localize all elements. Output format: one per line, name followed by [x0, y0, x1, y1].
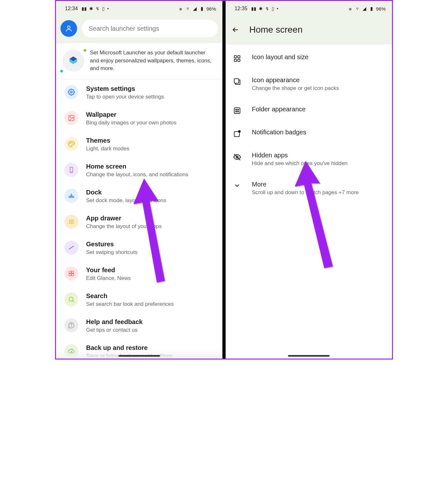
- settings-item-gestures[interactable]: Gestures Set swiping shortcuts: [56, 235, 222, 261]
- item-title: Help and feedback: [86, 318, 214, 326]
- svg-rect-20: [69, 274, 71, 276]
- item-subtitle: Light, dark modes: [86, 146, 214, 152]
- layout-icon: [233, 55, 242, 62]
- settings-item-wallpaper[interactable]: Wallpaper Bing daily images or your own …: [56, 105, 222, 131]
- promo-banner[interactable]: Set Microsoft Launcher as your default l…: [56, 43, 222, 79]
- svg-line-23: [73, 301, 74, 302]
- settings-item-dock[interactable]: Dock Set dock mode, layout, and icons: [56, 183, 222, 209]
- battery-icon: ▮: [199, 6, 204, 12]
- svg-rect-30: [234, 79, 239, 83]
- svg-point-0: [68, 26, 70, 28]
- svg-point-6: [72, 143, 73, 143]
- status-time: 12:34: [65, 6, 78, 12]
- svg-rect-29: [238, 59, 240, 61]
- dock-icon: [64, 189, 78, 203]
- home-indicator[interactable]: [288, 355, 330, 357]
- svg-point-4: [70, 143, 70, 144]
- card-icon: ▮▮: [251, 6, 256, 11]
- grid-icon: [64, 215, 78, 229]
- home-screen-item-hidden-apps[interactable]: Hidden apps Hide and see which ones you'…: [226, 145, 392, 174]
- svg-point-17: [72, 223, 73, 224]
- location-icon: ⎈: [178, 6, 183, 12]
- folder-icon: [233, 107, 242, 115]
- screenshot-divider: [222, 1, 226, 359]
- item-subtitle: Tap to open your device settings: [86, 94, 214, 100]
- svg-point-12: [69, 221, 70, 222]
- svg-point-33: [238, 109, 239, 110]
- back-button[interactable]: [231, 26, 240, 34]
- svg-point-3: [70, 116, 71, 117]
- badge-icon: [233, 130, 242, 138]
- settings-item-themes[interactable]: Themes Light, dark modes: [56, 131, 222, 157]
- status-time: 12:35: [235, 6, 247, 12]
- search-header: [56, 16, 222, 43]
- item-subtitle: Change the layout of your apps: [86, 223, 214, 230]
- settings-item-help-and-feedback[interactable]: Help and feedback Get tips or contact us: [56, 313, 222, 338]
- launcher-logo-icon: [62, 50, 84, 72]
- svg-rect-18: [69, 271, 71, 273]
- svg-point-15: [69, 223, 70, 224]
- settings-item-app-drawer[interactable]: App drawer Change the layout of your app…: [56, 209, 222, 235]
- item-title: Back up and restore: [86, 344, 214, 352]
- status-bar: 12:35 ▮▮ ✱ ↯ ▯ • ⎈ ▿ ◢ ▮ 96%: [226, 1, 392, 16]
- svg-point-14: [72, 221, 73, 222]
- settings-item-system-settings[interactable]: System settings Tap to open your device …: [56, 79, 222, 105]
- item-subtitle: Hide and see which ones you've hidden: [252, 160, 385, 167]
- palette-icon: [64, 137, 78, 151]
- item-title: Icon layout and size: [252, 53, 385, 61]
- person-icon: [65, 25, 73, 32]
- phone-left: 12:34 ▮▮ ✱ ↯ ▯ • ⎈ ▿ ◢ ▮ 96%: [56, 1, 222, 359]
- gear-icon: ✱: [89, 6, 93, 11]
- home-screen-item-more[interactable]: More Scroll up and down to switch pages …: [226, 174, 392, 203]
- gear-icon: ✱: [259, 6, 263, 11]
- settings-list: System settings Tap to open your device …: [56, 79, 222, 359]
- item-title: Icon appearance: [252, 76, 385, 84]
- more-icon: [233, 182, 242, 189]
- profile-button[interactable]: [60, 20, 77, 37]
- svg-point-22: [69, 297, 73, 301]
- status-bar: 12:34 ▮▮ ✱ ↯ ▯ • ⎈ ▿ ◢ ▮ 96%: [56, 1, 222, 16]
- sim-icon: ▯: [272, 6, 274, 11]
- svg-point-35: [238, 111, 239, 112]
- item-subtitle: Set dock mode, layout, and icons: [86, 197, 214, 204]
- phone-right: 12:35 ▮▮ ✱ ↯ ▯ • ⎈ ▿ ◢ ▮ 96% Ho: [226, 1, 392, 359]
- svg-point-9: [69, 219, 70, 220]
- image-icon: [64, 111, 78, 125]
- svg-point-24: [71, 326, 72, 327]
- wifi-icon: ▿: [185, 6, 190, 12]
- dot-icon: •: [277, 6, 278, 11]
- svg-point-13: [71, 221, 72, 222]
- item-title: Your feed: [86, 266, 214, 274]
- sim-icon: ▯: [102, 6, 105, 11]
- promo-text: Set Microsoft Launcher as your default l…: [90, 49, 216, 73]
- item-subtitle: Edit Glance, News: [86, 275, 214, 281]
- svg-point-37: [238, 131, 240, 132]
- home-screen-item-folder-appearance[interactable]: Folder appearance: [226, 99, 392, 122]
- svg-point-1: [70, 91, 72, 93]
- item-subtitle: Get tips or contact us: [86, 327, 214, 333]
- svg-rect-19: [72, 271, 74, 273]
- item-subtitle: Set swiping shortcuts: [86, 249, 214, 256]
- shape-icon: [233, 78, 242, 85]
- home-indicator[interactable]: [118, 355, 160, 357]
- gear-icon: [64, 85, 78, 99]
- home-screen-item-icon-appearance[interactable]: Icon appearance Change the shape or get …: [226, 69, 392, 99]
- battery-icon: ▮: [369, 6, 374, 12]
- home-screen-item-notification-badges[interactable]: Notification badges: [226, 122, 392, 145]
- settings-item-home-screen[interactable]: Home screen Change the layout, icons, an…: [56, 157, 222, 183]
- svg-point-16: [71, 223, 72, 224]
- signal-icon: ◢: [192, 6, 197, 12]
- home-screen-item-icon-layout-and-size[interactable]: Icon layout and size: [226, 46, 392, 69]
- settings-item-your-feed[interactable]: Your feed Edit Glance, News: [56, 261, 222, 287]
- item-title: Search: [86, 292, 214, 300]
- item-title: Notification badges: [252, 129, 385, 136]
- settings-item-search[interactable]: Search Set search bar look and preferenc…: [56, 287, 222, 313]
- item-title: Gestures: [86, 241, 214, 248]
- svg-rect-21: [72, 274, 74, 276]
- call-icon: ↯: [265, 6, 269, 11]
- search-input[interactable]: [82, 20, 218, 37]
- item-subtitle: Bing daily images or your own photos: [86, 120, 214, 126]
- cloud-icon: [64, 344, 78, 358]
- svg-point-5: [71, 142, 71, 143]
- item-subtitle: Change the shape or get icon packs: [252, 85, 385, 91]
